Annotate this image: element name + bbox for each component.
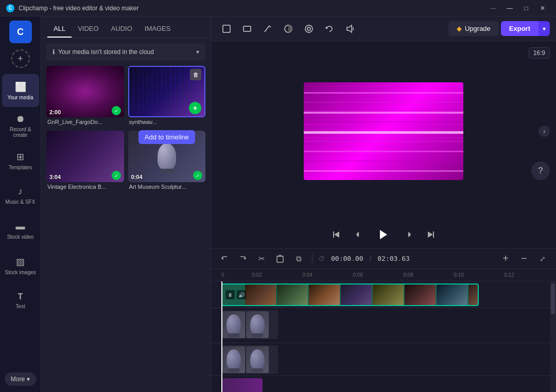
- add-to-timeline-button[interactable]: +: [189, 102, 201, 114]
- tab-audio[interactable]: AUDIO: [105, 21, 138, 38]
- sub-frame: [246, 311, 269, 338]
- sidebar-item-text[interactable]: T Text: [2, 284, 39, 317]
- title-bar: C Clipchamp - free video editor & video …: [0, 0, 556, 16]
- cloud-storage-bar[interactable]: ℹ Your media isn't stored in the cloud ▾: [46, 43, 205, 61]
- check-icon: ✓: [112, 171, 121, 180]
- copy-button[interactable]: ⧉: [291, 252, 306, 266]
- svg-point-5: [305, 25, 312, 32]
- timeline-tracks: ⏸ 🔊: [211, 281, 556, 392]
- sidebar-item-record-create[interactable]: ⏺ Record & create: [2, 109, 39, 142]
- more-button[interactable]: More ▾: [5, 372, 36, 386]
- play-button[interactable]: [374, 225, 393, 244]
- svg-marker-17: [333, 231, 334, 238]
- svg-line-3: [269, 26, 271, 27]
- ruler-mark: 0:04: [282, 272, 333, 278]
- filter-tool-button[interactable]: [300, 20, 318, 38]
- music-icon: ♪: [18, 186, 23, 197]
- zoom-out-button[interactable]: −: [517, 252, 531, 266]
- media-thumbnail-synth[interactable]: 🗑 +: [128, 66, 206, 117]
- sub-clip-1[interactable]: [221, 310, 278, 339]
- sidebar-logo: C: [9, 21, 32, 43]
- upgrade-button[interactable]: ◆ Upgrade: [448, 21, 499, 36]
- timeline-cursor: [221, 281, 222, 392]
- templates-icon: ⊞: [16, 151, 24, 163]
- add-to-timeline-tooltip: Add to timeline: [138, 130, 195, 144]
- undo-button[interactable]: [217, 252, 232, 266]
- tab-images[interactable]: IMAGES: [138, 21, 177, 38]
- svg-marker-20: [380, 230, 387, 239]
- stock-video-icon: ▬: [16, 221, 25, 232]
- edit-tool-button[interactable]: [258, 20, 277, 38]
- main-layout: C + ⬜ Your media ⏺ Record & create ⊞ Tem…: [0, 16, 556, 392]
- skip-to-end-button[interactable]: [424, 227, 438, 242]
- media-grid: 2:00 ✓ GnR_Live_FargoDo... 🗑 + synthwav.…: [41, 66, 211, 191]
- list-item: 2:00 ✓ GnR_Live_FargoDo...: [46, 66, 124, 127]
- maximize-button[interactable]: □: [519, 3, 533, 13]
- timeline-scrollbar[interactable]: [550, 281, 556, 392]
- media-thumbnail-gnr[interactable]: 2:00 ✓: [46, 66, 124, 117]
- ruler-mark: 0: [221, 272, 232, 278]
- ruler-mark: 0:06: [333, 272, 383, 278]
- playback-controls: [211, 221, 556, 248]
- export-button[interactable]: Export: [501, 21, 538, 36]
- rotate-tool-button[interactable]: [320, 20, 339, 38]
- window-controls: ··· — □ ✕: [486, 3, 550, 13]
- sidebar-item-stock-images[interactable]: ▨ Stock images: [2, 249, 39, 282]
- add-media-button[interactable]: +: [11, 49, 30, 68]
- media-duration: 3:04: [49, 174, 61, 180]
- forward-button[interactable]: [401, 227, 415, 242]
- more-button[interactable]: ···: [486, 3, 500, 13]
- list-item: 3:04 ✓ Vintage Electronica B...: [46, 131, 124, 191]
- check-icon: ✓: [193, 171, 202, 180]
- pause-clip-button[interactable]: ⏸: [225, 290, 235, 299]
- skip-to-start-button[interactable]: [329, 227, 343, 242]
- aspect-ratio-badge[interactable]: 16:9: [529, 47, 550, 59]
- sub-clip-2[interactable]: [221, 345, 278, 374]
- media-tabs: ALL VIDEO AUDIO IMAGES: [41, 16, 211, 38]
- ruler-marks: 0 0:02 0:04 0:06 0:08 0:10 0:12: [221, 272, 556, 278]
- info-icon: ℹ: [53, 48, 55, 56]
- check-icon: ✓: [112, 106, 121, 115]
- minimize-button[interactable]: —: [502, 3, 517, 13]
- ruler-mark: 0:08: [383, 272, 433, 278]
- sidebar-item-templates[interactable]: ⊞ Templates: [2, 144, 39, 177]
- delete-button[interactable]: [273, 252, 287, 266]
- scrollbar-thumb[interactable]: [551, 283, 555, 314]
- transform-tool-button[interactable]: [238, 20, 256, 38]
- export-button-group: Export ▾: [501, 21, 550, 36]
- cut-button[interactable]: ✂: [254, 252, 269, 266]
- delete-button[interactable]: 🗑: [190, 69, 201, 80]
- stock-images-icon: ▨: [16, 256, 25, 268]
- sidebar-item-label: Templates: [9, 165, 32, 170]
- record-icon: ⏺: [16, 114, 25, 124]
- sidebar-item-stock-video[interactable]: ▬ Stock video: [2, 214, 39, 247]
- timeline-ruler: 0 0:02 0:04 0:06 0:08 0:10 0:12: [211, 269, 556, 281]
- expand-button[interactable]: ›: [538, 126, 550, 137]
- sidebar-item-your-media[interactable]: ⬜ Your media: [2, 74, 39, 107]
- export-dropdown-button[interactable]: ▾: [538, 21, 550, 36]
- redo-button[interactable]: [236, 252, 250, 266]
- close-button[interactable]: ✕: [535, 3, 550, 13]
- tab-all[interactable]: ALL: [47, 21, 72, 38]
- add-track-button[interactable]: +: [498, 252, 513, 266]
- svg-marker-23: [433, 231, 434, 238]
- timeline-area: ✂ ⧉ ⏱ 00:00.00 / 02:03.63 + − ⤢: [211, 248, 556, 392]
- video-clip[interactable]: ⏸ 🔊: [221, 283, 479, 306]
- fit-timeline-button[interactable]: ⤢: [535, 252, 550, 266]
- color-tool-button[interactable]: [279, 20, 298, 38]
- preview-section: 16:9 ? ›: [211, 41, 556, 248]
- audio-clip-1[interactable]: [221, 378, 263, 392]
- sidebar-item-music-sfx[interactable]: ♪ Music & SFX: [2, 179, 39, 212]
- sub-frame: [222, 311, 245, 338]
- mute-clip-button[interactable]: 🔊: [237, 290, 246, 299]
- sub-frame: [246, 346, 269, 373]
- tab-video[interactable]: VIDEO: [72, 21, 105, 38]
- help-button[interactable]: ?: [531, 162, 550, 180]
- media-thumbnail-vintage[interactable]: 3:04 ✓: [46, 131, 124, 182]
- audio-tool-button[interactable]: [341, 20, 359, 38]
- rewind-button[interactable]: [352, 227, 366, 242]
- ruler-mark: 0:12: [484, 272, 534, 278]
- svg-line-2: [265, 26, 269, 32]
- sub-track-1: [211, 308, 556, 343]
- crop-tool-button[interactable]: [217, 20, 236, 38]
